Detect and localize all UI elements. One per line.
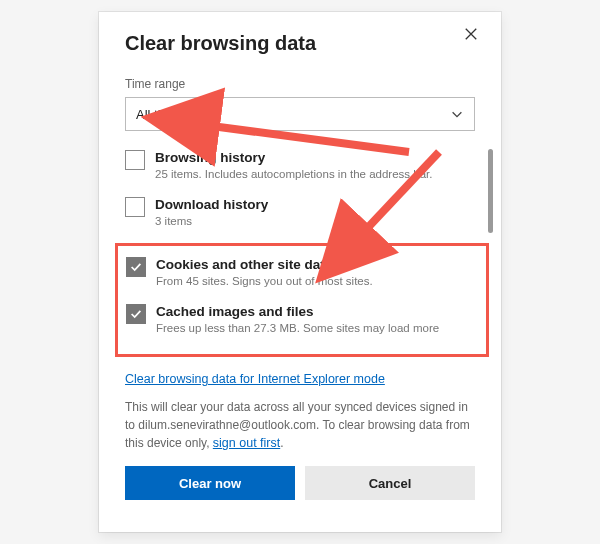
sign-out-link[interactable]: sign out first	[213, 436, 280, 450]
ie-mode-link[interactable]: Clear browsing data for Internet Explore…	[125, 372, 385, 386]
footer-text: This will clear your data across all you…	[125, 399, 475, 452]
time-range-select[interactable]: All time	[125, 97, 475, 131]
checkmark-icon	[129, 260, 143, 274]
option-name: Cached images and files	[156, 303, 439, 321]
option-browsing-history: Browsing history 25 items. Includes auto…	[125, 149, 475, 182]
options-list: Browsing history 25 items. Includes auto…	[125, 149, 475, 357]
option-desc: 3 items	[155, 214, 268, 230]
close-icon	[464, 27, 478, 41]
option-name: Download history	[155, 196, 268, 214]
scrollbar[interactable]	[488, 149, 493, 233]
annotation-highlight-box: Cookies and other site data From 45 site…	[115, 243, 489, 357]
checkbox-browsing-history[interactable]	[125, 150, 145, 170]
checkbox-download-history[interactable]	[125, 197, 145, 217]
dialog-title: Clear browsing data	[125, 32, 475, 55]
option-download-history: Download history 3 items	[125, 196, 475, 229]
dialog-buttons: Clear now Cancel	[125, 466, 475, 500]
close-button[interactable]	[461, 24, 481, 44]
option-name: Browsing history	[155, 149, 432, 167]
clear-now-button[interactable]: Clear now	[125, 466, 295, 500]
option-cached: Cached images and files Frees up less th…	[126, 303, 478, 336]
footer-end: .	[280, 436, 283, 450]
time-range-value: All time	[136, 107, 179, 122]
option-desc: 25 items. Includes autocompletions in th…	[155, 167, 432, 183]
checkbox-cookies[interactable]	[126, 257, 146, 277]
chevron-down-icon	[450, 107, 464, 121]
option-desc: Frees up less than 27.3 MB. Some sites m…	[156, 321, 439, 337]
option-name: Cookies and other site data	[156, 256, 373, 274]
footer-email: dilum.senevirathne@outlook.com	[138, 418, 316, 432]
clear-browsing-data-dialog: Clear browsing data Time range All time …	[99, 12, 501, 532]
option-desc: From 45 sites. Signs you out of most sit…	[156, 274, 373, 290]
checkmark-icon	[129, 307, 143, 321]
cancel-button[interactable]: Cancel	[305, 466, 475, 500]
time-range-label: Time range	[125, 77, 475, 91]
option-cookies: Cookies and other site data From 45 site…	[126, 256, 478, 289]
checkbox-cached[interactable]	[126, 304, 146, 324]
